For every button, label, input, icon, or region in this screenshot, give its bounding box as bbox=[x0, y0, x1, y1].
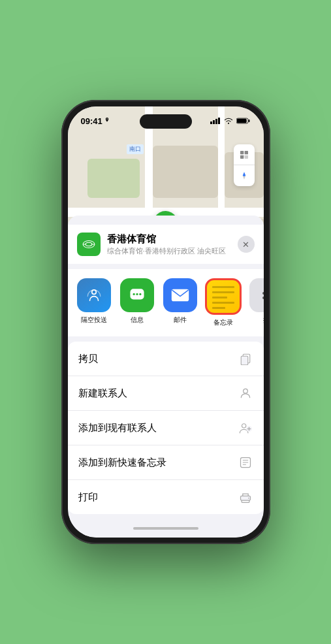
svg-rect-6 bbox=[236, 119, 246, 123]
share-messages[interactable]: 信息 bbox=[120, 278, 154, 327]
action-add-contact[interactable]: 添加到现有联系人 bbox=[68, 411, 264, 445]
svg-rect-7 bbox=[240, 151, 244, 154]
print-label: 打印 bbox=[78, 491, 98, 504]
home-bar bbox=[133, 527, 198, 530]
svg-point-16 bbox=[86, 242, 92, 246]
svg-point-21 bbox=[133, 293, 134, 295]
time-label: 09:41 bbox=[81, 116, 102, 126]
printer-icon bbox=[238, 489, 253, 505]
svg-rect-2 bbox=[215, 119, 217, 124]
note-icon bbox=[238, 455, 253, 470]
person-add-icon bbox=[238, 420, 253, 436]
svg-rect-5 bbox=[248, 120, 249, 122]
venue-header: 香港体育馆 综合体育馆·香港特别行政区 油尖旺区 ✕ bbox=[68, 225, 264, 264]
phone-frame: 09:41 bbox=[61, 100, 270, 544]
note-line bbox=[212, 286, 234, 288]
messages-icon-wrap bbox=[120, 278, 154, 312]
svg-rect-10 bbox=[244, 155, 247, 158]
copy-label: 拷贝 bbox=[78, 353, 98, 365]
action-print[interactable]: 打印 bbox=[68, 480, 264, 514]
svg-rect-0 bbox=[210, 121, 212, 124]
notes-label: 备忘录 bbox=[213, 318, 233, 327]
svg-rect-24 bbox=[171, 289, 188, 302]
airdrop-icon-wrap bbox=[77, 278, 111, 312]
venue-subtitle: 综合体育馆·香港特别行政区 油尖旺区 bbox=[107, 246, 231, 256]
messages-label: 信息 bbox=[131, 315, 144, 325]
more-wrap bbox=[249, 278, 264, 312]
share-airdrop[interactable]: 隔空投送 bbox=[77, 278, 111, 327]
note-line bbox=[212, 297, 228, 298]
venue-name: 香港体育馆 bbox=[107, 233, 231, 246]
action-new-contact[interactable]: 新建联系人 bbox=[68, 376, 264, 411]
phone-screen: 09:41 bbox=[68, 106, 264, 538]
wifi-icon bbox=[224, 118, 233, 124]
note-line bbox=[212, 307, 225, 309]
share-mail[interactable]: 邮件 bbox=[163, 278, 197, 327]
location-icon bbox=[104, 118, 110, 124]
map-block bbox=[87, 159, 140, 198]
location-button[interactable] bbox=[234, 165, 255, 186]
compass-icon bbox=[240, 171, 249, 180]
note-line bbox=[212, 302, 234, 304]
south-entrance-label: 南口 bbox=[127, 144, 144, 154]
venue-logo-icon bbox=[82, 237, 96, 251]
mail-label: 邮件 bbox=[174, 315, 187, 325]
mail-icon bbox=[171, 288, 189, 302]
dynamic-island bbox=[140, 114, 192, 129]
action-list: 拷贝 新建联系人 bbox=[68, 342, 264, 514]
svg-rect-3 bbox=[218, 118, 220, 124]
share-row: 隔空投送 信息 bbox=[68, 269, 264, 336]
share-more[interactable]: 提 bbox=[249, 278, 264, 327]
more-label: 提 bbox=[263, 315, 264, 325]
mail-icon-wrap bbox=[163, 278, 197, 312]
add-contact-label: 添加到现有联系人 bbox=[78, 422, 157, 434]
svg-point-22 bbox=[136, 293, 138, 295]
map-layer-button[interactable] bbox=[234, 144, 255, 165]
svg-point-23 bbox=[139, 293, 141, 295]
note-line bbox=[212, 291, 234, 293]
map-block bbox=[153, 146, 218, 198]
svg-point-28 bbox=[242, 424, 245, 428]
venue-info: 香港体育馆 综合体育馆·香港特别行政区 油尖旺区 bbox=[107, 233, 231, 256]
signal-icon bbox=[210, 118, 221, 124]
more-dots bbox=[262, 292, 264, 299]
copy-icon bbox=[238, 351, 253, 366]
battery-icon bbox=[236, 118, 251, 124]
home-indicator bbox=[68, 519, 264, 538]
new-contact-label: 新建联系人 bbox=[78, 387, 127, 400]
notes-lines-decoration bbox=[208, 282, 238, 312]
svg-rect-26 bbox=[241, 356, 248, 365]
airdrop-label: 隔空投送 bbox=[81, 315, 107, 325]
map-controls[interactable] bbox=[234, 144, 255, 186]
svg-rect-8 bbox=[244, 151, 247, 154]
person-icon bbox=[238, 385, 253, 401]
notes-icon-wrap bbox=[205, 278, 242, 315]
airdrop-icon bbox=[86, 287, 102, 304]
svg-point-19 bbox=[91, 290, 96, 295]
messages-icon bbox=[129, 287, 146, 304]
map-layer-icon bbox=[239, 150, 249, 160]
svg-point-27 bbox=[243, 389, 247, 393]
more-icon-wrap bbox=[249, 278, 264, 312]
share-notes[interactable]: 备忘录 bbox=[206, 278, 240, 327]
svg-point-38 bbox=[248, 498, 249, 499]
status-time: 09:41 bbox=[81, 116, 110, 126]
action-copy[interactable]: 拷贝 bbox=[68, 342, 264, 376]
quick-note-label: 添加到新快速备忘录 bbox=[78, 457, 166, 469]
svg-rect-9 bbox=[240, 155, 244, 158]
status-icons bbox=[210, 118, 251, 124]
venue-icon bbox=[77, 233, 101, 256]
bottom-sheet: 香港体育馆 综合体育馆·香港特别行政区 油尖旺区 ✕ 隔空投 bbox=[68, 216, 264, 538]
close-button[interactable]: ✕ bbox=[238, 236, 255, 253]
action-quick-note[interactable]: 添加到新快速备忘录 bbox=[68, 445, 264, 480]
svg-rect-1 bbox=[213, 120, 215, 124]
